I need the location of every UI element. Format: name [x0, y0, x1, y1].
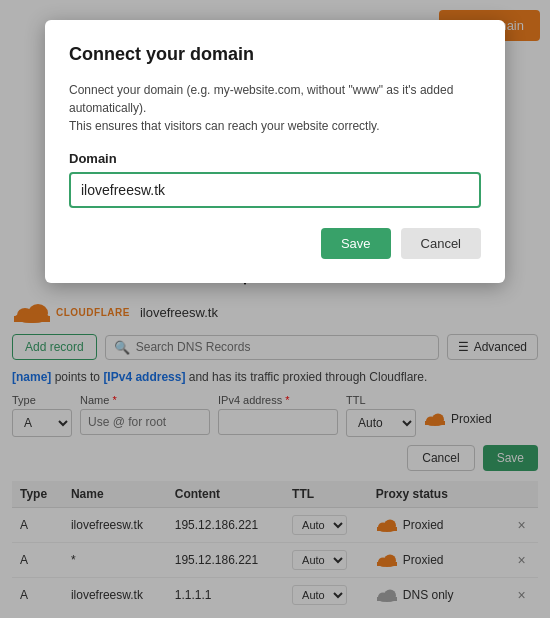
domain-label: Domain	[69, 151, 481, 166]
modal-overlay: Connect your domain Connect your domain …	[0, 0, 550, 618]
save-button[interactable]: Save	[321, 228, 391, 259]
modal-buttons: Save Cancel	[69, 228, 481, 259]
modal-title: Connect your domain	[69, 44, 481, 65]
cancel-button[interactable]: Cancel	[401, 228, 481, 259]
domain-input[interactable]	[69, 172, 481, 208]
connect-domain-modal: Connect your domain Connect your domain …	[45, 20, 505, 283]
modal-description: Connect your domain (e.g. my-website.com…	[69, 81, 481, 135]
